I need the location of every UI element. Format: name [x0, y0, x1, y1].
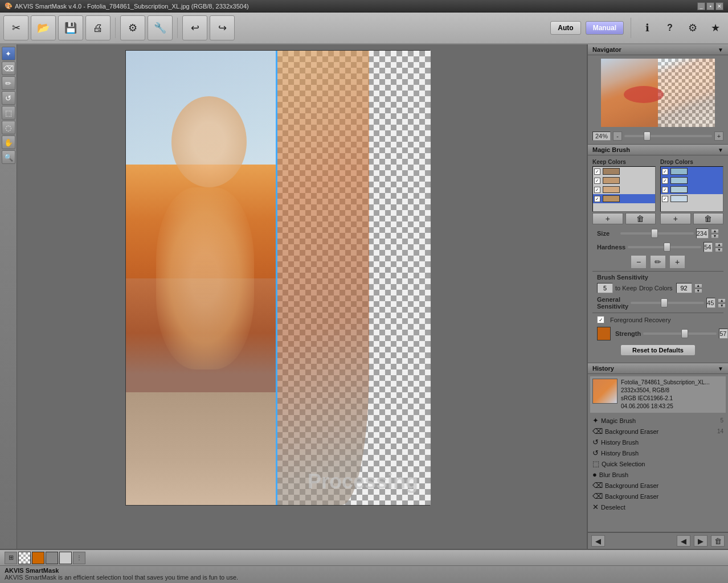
- eraser-tool[interactable]: ⌫: [2, 61, 15, 75]
- size-down[interactable]: ▼: [711, 234, 719, 239]
- panel-back-button[interactable]: ◀: [591, 535, 605, 547]
- foreground-recovery-checkbox[interactable]: ✓: [597, 316, 604, 323]
- history-bg-eraser-3-label: Background Eraser: [605, 493, 659, 500]
- info-button[interactable]: ℹ: [638, 19, 656, 37]
- grid-view-button[interactable]: ⊞: [5, 552, 17, 564]
- open-button[interactable]: 📂: [31, 15, 56, 40]
- drop-colors-input[interactable]: 92: [676, 283, 692, 293]
- keep-color-item-4[interactable]: ✓: [593, 194, 655, 203]
- foreground-color-swatch[interactable]: [597, 327, 611, 340]
- history-item-blur-brush[interactable]: ● Blur Brush: [590, 469, 726, 480]
- size-up[interactable]: ▲: [711, 229, 719, 233]
- keep-color-check-3[interactable]: ✓: [594, 187, 600, 193]
- save-button[interactable]: 💾: [58, 15, 83, 40]
- drop-color-check-4[interactable]: ✓: [662, 196, 668, 202]
- pan-tool[interactable]: ✋: [2, 136, 15, 149]
- panel-history-forward[interactable]: ▶: [694, 535, 707, 547]
- history-item-history-brush-2[interactable]: ↺ History Brush: [590, 447, 726, 458]
- history-item-magic-brush[interactable]: ✦ Magic Brush 5: [590, 415, 726, 426]
- keep-add-button[interactable]: +: [592, 213, 623, 224]
- drop-color-item-3[interactable]: ✓: [661, 185, 723, 194]
- history-brush-tool[interactable]: ↺: [2, 91, 15, 105]
- size-value: 234: [696, 228, 709, 239]
- magic-brush-header[interactable]: Magic Brush ▼: [588, 145, 728, 155]
- cut-button[interactable]: ✂: [3, 15, 28, 40]
- keep-color-item-1[interactable]: ✓: [593, 167, 655, 176]
- drop-add-button[interactable]: +: [660, 213, 691, 224]
- drop-colors-up[interactable]: ▲: [694, 284, 702, 288]
- lightgray-swatch[interactable]: [59, 552, 72, 564]
- plugin-settings-button[interactable]: 🔧: [148, 15, 173, 40]
- maximize-button[interactable]: ▪: [706, 2, 714, 10]
- redo-button[interactable]: ↪: [210, 15, 235, 40]
- keep-color-check-4[interactable]: ✓: [594, 196, 600, 202]
- preferences-button[interactable]: ⚙: [684, 19, 702, 37]
- history-blur-icon: ●: [592, 470, 597, 479]
- navigator-header[interactable]: Navigator ▼: [588, 44, 728, 55]
- zoom-plus-button[interactable]: +: [714, 132, 723, 141]
- keep-color-check-2[interactable]: ✓: [594, 178, 600, 184]
- brush-tool[interactable]: ✏: [2, 76, 15, 90]
- colors-row: Keep Colors ✓ ✓ ✓: [592, 159, 723, 224]
- pencil-edit-button[interactable]: ✏: [650, 255, 666, 269]
- gen-sens-down[interactable]: ▼: [718, 303, 726, 308]
- history-item-history-brush-1[interactable]: ↺ History Brush: [590, 437, 726, 447]
- undo-button[interactable]: ↩: [182, 15, 207, 40]
- blur-tool[interactable]: ◌: [2, 121, 15, 134]
- gray-swatch[interactable]: [46, 552, 58, 564]
- history-item-bg-eraser-3[interactable]: ⌫ Background Eraser: [590, 491, 726, 502]
- keep-color-item-2[interactable]: ✓: [593, 176, 655, 185]
- pencil-minus-button[interactable]: −: [631, 255, 647, 269]
- history-item-bg-eraser-1[interactable]: ⌫ Background Eraser 14: [590, 426, 726, 437]
- panel-history-back[interactable]: ◀: [677, 535, 690, 547]
- canvas-wrapper: Processing: [125, 50, 430, 506]
- history-header[interactable]: History ▼: [588, 363, 728, 374]
- drop-color-check-2[interactable]: ✓: [662, 178, 668, 184]
- general-sensitivity-value: 45: [706, 298, 715, 308]
- size-slider[interactable]: [620, 232, 694, 235]
- auto-mode-button[interactable]: Auto: [550, 21, 580, 35]
- keep-color-check-1[interactable]: ✓: [594, 169, 600, 175]
- history-bg-eraser-1-count: 14: [717, 428, 723, 434]
- history-item-deselect[interactable]: ✕ Deselect: [590, 502, 726, 512]
- keep-color-item-3[interactable]: ✓: [593, 185, 655, 194]
- to-keep-input[interactable]: 5: [597, 283, 613, 293]
- history-item-quick-selection[interactable]: ⬚ Quick Selection: [590, 458, 726, 469]
- minimize-button[interactable]: _: [697, 2, 705, 10]
- drop-colors-down[interactable]: ▼: [694, 289, 702, 293]
- zoom-tool[interactable]: 🔍: [2, 150, 15, 164]
- zoom-slider[interactable]: [624, 135, 712, 137]
- drop-color-item-1[interactable]: ✓: [661, 167, 723, 176]
- history-item-bg-eraser-2[interactable]: ⌫ Background Eraser: [590, 480, 726, 491]
- canvas-divider[interactable]: [276, 51, 277, 505]
- orange-swatch[interactable]: [32, 552, 44, 564]
- panel-trash-button[interactable]: 🗑: [711, 535, 725, 547]
- gen-sens-up[interactable]: ▲: [718, 298, 726, 303]
- selection-tool[interactable]: ⬚: [2, 106, 15, 120]
- drop-color-check-3[interactable]: ✓: [662, 187, 668, 193]
- zoom-minus-button[interactable]: -: [613, 132, 622, 141]
- drop-color-item-4[interactable]: ✓: [661, 194, 723, 203]
- history-inner: Fotolia_784861_Subscription_XL... 2332x3…: [588, 374, 728, 532]
- canvas-area[interactable]: Processing: [17, 44, 587, 549]
- pencil-plus-button[interactable]: +: [669, 255, 685, 269]
- hardness-up[interactable]: ▲: [715, 243, 723, 247]
- print-button[interactable]: 🖨: [85, 15, 111, 40]
- help-button[interactable]: ?: [661, 19, 679, 37]
- keep-remove-button[interactable]: 🗑: [625, 213, 656, 224]
- general-sensitivity-slider[interactable]: [631, 302, 704, 304]
- drop-color-check-1[interactable]: ✓: [662, 169, 668, 175]
- checker-swatch[interactable]: [18, 552, 31, 564]
- strength-slider[interactable]: [643, 332, 717, 335]
- magic-brush-tool[interactable]: ✦: [2, 47, 15, 60]
- hardness-slider[interactable]: [628, 246, 701, 248]
- hardness-down[interactable]: ▼: [715, 248, 723, 252]
- manual-mode-button[interactable]: Manual: [586, 21, 624, 35]
- favorites-button[interactable]: ★: [706, 19, 725, 37]
- settings-button[interactable]: ⚙: [120, 15, 145, 40]
- reset-defaults-button[interactable]: Reset to Defaults: [620, 344, 696, 356]
- more-colors-button[interactable]: ⋮: [73, 552, 85, 564]
- drop-remove-button[interactable]: 🗑: [693, 213, 724, 224]
- drop-color-item-2[interactable]: ✓: [661, 176, 723, 185]
- close-button[interactable]: ✕: [715, 2, 723, 10]
